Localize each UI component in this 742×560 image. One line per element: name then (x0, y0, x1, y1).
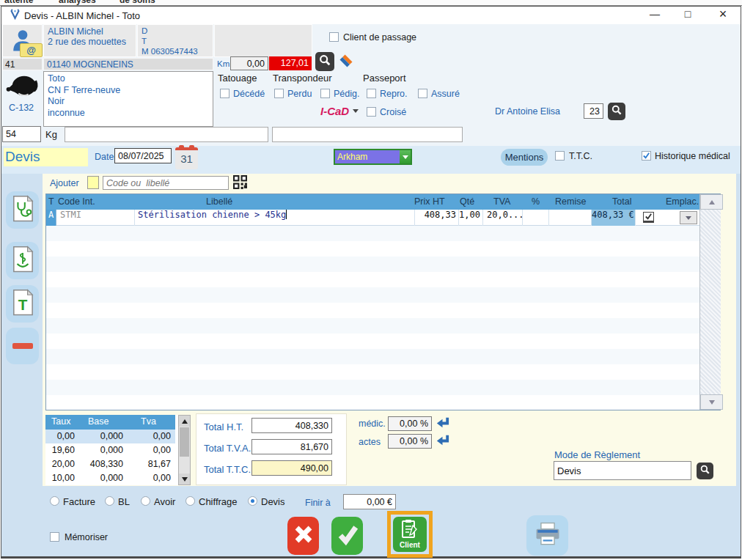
icad-dropdown[interactable]: I-CaD (320, 105, 359, 117)
minimize-button[interactable]: — (644, 7, 666, 21)
calendar-button[interactable]: 31 (175, 147, 198, 169)
ajouter-label: Ajouter (50, 178, 79, 188)
text-document-button[interactable]: T (6, 285, 39, 323)
grid-col-pct[interactable]: % (532, 194, 540, 210)
finir-field[interactable] (343, 494, 396, 509)
scroll-up-button[interactable] (700, 194, 723, 210)
grid-col-remise[interactable]: Remise (555, 194, 586, 210)
scroll-down-button[interactable] (700, 394, 723, 410)
doc-type-title: Devis (4, 148, 88, 166)
tva-scrollbar[interactable] (178, 415, 191, 485)
dog-icon[interactable] (6, 73, 40, 104)
tva-cell: 0,00 (128, 471, 175, 485)
perdu-checkbox[interactable] (274, 89, 284, 98)
grid-col-prix[interactable]: Prix HT (414, 194, 445, 210)
close-button[interactable]: × (712, 7, 734, 21)
maximize-button[interactable]: □ (677, 7, 699, 21)
print-button[interactable] (526, 515, 568, 556)
scroll-thumb[interactable] (180, 427, 189, 457)
site-select[interactable]: Arkham (334, 149, 412, 165)
balance-due-value: 127,01 (281, 58, 309, 68)
repro-checkbox[interactable] (367, 89, 376, 98)
reglement-search-button[interactable] (697, 463, 713, 479)
croise-checkbox[interactable] (367, 107, 376, 117)
vet-code-field[interactable] (584, 103, 603, 119)
search-icon (318, 54, 331, 70)
chiffrage-radio[interactable] (186, 496, 195, 506)
acts-document-button[interactable] (6, 191, 39, 229)
site-select-arrow-button[interactable] (400, 150, 411, 163)
devis-label: Devis (261, 496, 285, 507)
enter-arrow-icon[interactable] (434, 416, 451, 434)
pedig-checkbox[interactable] (320, 89, 330, 98)
tva-cell: 10,00 (45, 471, 79, 485)
client-name-box[interactable]: ALBIN Michel 2 rue des mouettes (43, 24, 136, 57)
code-search-input[interactable] (103, 176, 229, 190)
animal-note-field-2[interactable] (272, 127, 463, 142)
validate-button[interactable] (331, 517, 363, 555)
reglement-field[interactable] (554, 461, 691, 480)
grid-col-libelle[interactable]: Libellé (206, 194, 232, 210)
client-phone-m: M 0630547443 (142, 46, 209, 56)
client-phone-box[interactable]: D T M 0630547443 (137, 24, 213, 57)
km-field[interactable] (230, 56, 268, 70)
bl-radio[interactable] (105, 496, 114, 506)
animal-name: Toto (48, 73, 209, 85)
actes-field[interactable] (388, 434, 432, 449)
scroll-down-button[interactable] (179, 474, 190, 485)
animal-info-box[interactable]: Toto CN F Terre-neuve Noir inconnue (43, 71, 213, 127)
tva-cell: 0,00 (128, 443, 175, 457)
grid-col-tva[interactable]: TVA (493, 194, 510, 210)
table-row[interactable]: A STMI Stérilisation chienne > 45kg 408,… (46, 210, 699, 226)
grid-col-t[interactable]: T (48, 194, 54, 210)
add-type-box[interactable] (87, 176, 99, 189)
row-emplac-checkbox[interactable] (643, 212, 654, 223)
check-icon (336, 523, 359, 549)
scroll-up-button[interactable] (179, 416, 190, 427)
assure-checkbox[interactable] (418, 89, 427, 98)
decede-checkbox[interactable] (220, 89, 229, 98)
date-field[interactable] (114, 148, 172, 163)
background-tab: analyses (59, 0, 96, 5)
row-emplac-dropdown[interactable] (680, 211, 697, 224)
chiffrage-label: Chiffrage (199, 496, 238, 507)
cancel-button[interactable] (287, 517, 319, 555)
grid-col-code[interactable]: Code Int. (58, 194, 95, 210)
calendar-tab (189, 145, 194, 149)
check-icon (644, 210, 653, 224)
avoir-radio[interactable] (141, 496, 150, 506)
minimize-icon: — (650, 8, 660, 20)
enter-arrow-icon[interactable] (434, 433, 451, 452)
row-remise-cell (549, 210, 592, 226)
client-button[interactable]: Client (393, 517, 427, 552)
weight-field[interactable] (2, 126, 41, 142)
devis-radio[interactable] (248, 496, 257, 506)
grid-col-total[interactable]: Total (612, 194, 631, 210)
client-search-button[interactable] (315, 52, 334, 71)
historique-checkbox[interactable] (642, 151, 651, 161)
pharmacy-document-button[interactable] (6, 242, 39, 279)
memoriser-checkbox[interactable] (50, 532, 59, 542)
app-logo-icon (9, 8, 21, 23)
row-libelle-cell[interactable]: Stérilisation chienne > 45kg (135, 210, 415, 226)
mentions-button[interactable]: Mentions (501, 149, 548, 166)
row-code-cell: STMI (56, 210, 135, 226)
grid-col-emplac[interactable]: Emplac. (666, 194, 699, 210)
animal-species: CN F Terre-neuve (48, 85, 209, 97)
barcode-icon[interactable] (233, 175, 247, 192)
email-button[interactable]: @ (20, 43, 43, 57)
grid-col-qte[interactable]: Qté (460, 194, 474, 210)
tva-cell: 0,00 (128, 430, 175, 443)
client-passage-checkbox[interactable] (329, 32, 339, 42)
actes-label: actes (359, 437, 381, 447)
facture-radio[interactable] (50, 496, 59, 506)
text-cursor (286, 210, 287, 219)
animal-note-field-1[interactable] (65, 127, 268, 142)
grid-scrollbar[interactable] (699, 194, 721, 410)
remove-line-button[interactable] (6, 328, 39, 364)
tva-cell: 0,000 (79, 430, 128, 443)
eraser-icon[interactable] (338, 53, 354, 72)
medic-field[interactable] (388, 416, 432, 431)
ttc-checkbox[interactable] (555, 151, 565, 161)
vet-search-button[interactable] (608, 103, 625, 120)
